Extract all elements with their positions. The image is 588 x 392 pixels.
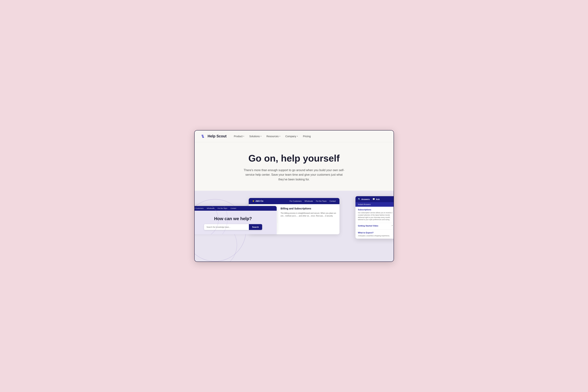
- logo[interactable]: Help Scout: [201, 134, 226, 139]
- front-nav-customers[interactable]: For Customers: [194, 208, 204, 209]
- svg-rect-2: [202, 137, 204, 138]
- instant-answers-card: 🔍 Answers 💬 Ask Instant Answers Subscrip…: [356, 196, 394, 239]
- instant-item-title-expect[interactable]: What to Expect?: [358, 232, 393, 234]
- front-nav-wholesale[interactable]: Wholesale: [207, 208, 214, 209]
- instant-body: Subscriptions Our subscription service a…: [356, 207, 394, 239]
- kb-article-title: Billing and Subscriptions: [281, 207, 336, 210]
- tab-ask[interactable]: 💬 Ask: [372, 198, 380, 200]
- kb-nav-links: For Customers Wholesale For the Team Con…: [290, 200, 336, 202]
- search-icon: 🔍: [358, 198, 360, 200]
- hero-title: Go on, help yourself: [202, 153, 386, 164]
- front-card-body: How can we help? Search: [194, 211, 277, 234]
- instant-tabs: 🔍 Answers 💬 Ask: [356, 196, 394, 202]
- front-search-bar: Search: [204, 224, 262, 230]
- front-nav-team[interactable]: For the Team: [218, 208, 227, 209]
- search-button[interactable]: Search: [249, 224, 262, 230]
- kb-nav-customers[interactable]: For Customers: [290, 200, 302, 202]
- kb-nav-contact[interactable]: Contact: [330, 200, 336, 202]
- demo-section: ★ J&G Co For Customers Wholesale For the…: [194, 191, 394, 262]
- kb-brand: ★ J&G Co: [252, 200, 264, 202]
- logo-text: Help Scout: [208, 134, 226, 138]
- nav-links: Product ▾ Solutions ▾ Resources ▾ Compan…: [234, 135, 310, 138]
- front-card: For Customers Wholesale For the Team Con…: [194, 206, 277, 234]
- chevron-down-icon: ▾: [243, 135, 244, 137]
- chevron-down-icon: ▾: [280, 135, 280, 137]
- nav-solutions[interactable]: Solutions ▾: [249, 135, 262, 138]
- instant-item-title-subscriptions[interactable]: Subscriptions: [358, 208, 393, 211]
- front-card-nav: For Customers Wholesale For the Team Con…: [194, 206, 277, 211]
- instant-item-text-expect: Anticipate a seamless shopping experienc…: [358, 235, 393, 237]
- instant-item-text-subscriptions: Our subscription service allows you to r…: [358, 212, 393, 221]
- demo-cards: ★ J&G Co For Customers Wholesale For the…: [198, 198, 390, 234]
- svg-rect-0: [202, 135, 203, 136]
- tab-answers[interactable]: 🔍 Answers: [358, 198, 370, 200]
- kb-card-nav: ★ J&G Co For Customers Wholesale For the…: [249, 198, 340, 204]
- kb-article-text: The billing process is straightforward a…: [281, 212, 336, 217]
- chevron-down-icon: ▾: [260, 135, 262, 137]
- kb-nav-wholesale[interactable]: Wholesale: [304, 200, 313, 202]
- hero-subtitle: There's more than enough support to go a…: [243, 168, 345, 182]
- browser-window: Help Scout Product ▾ Solutions ▾ Resourc…: [194, 130, 394, 262]
- nav-product[interactable]: Product ▾: [234, 135, 244, 138]
- hero-section: Go on, help yourself There's more than e…: [194, 142, 394, 191]
- instant-item-title-video[interactable]: Getting Started Video ↗: [358, 225, 393, 227]
- instant-item-what-to-expect: What to Expect? Anticipate a seamless sh…: [356, 230, 394, 239]
- svg-rect-1: [202, 136, 204, 137]
- chevron-down-icon: ▾: [297, 135, 298, 137]
- chat-icon: 💬: [372, 198, 375, 200]
- nav-resources[interactable]: Resources ▾: [266, 135, 280, 138]
- instant-item-subscriptions: Subscriptions Our subscription service a…: [356, 207, 394, 223]
- instant-item-getting-started-video: Getting Started Video ↗: [356, 223, 394, 230]
- knowledge-base-search-input[interactable]: [204, 224, 249, 230]
- nav-pricing[interactable]: Pricing: [303, 135, 311, 138]
- front-card-title: How can we help?: [197, 216, 270, 221]
- front-nav-contact[interactable]: Contact: [230, 208, 236, 209]
- star-icon: ★: [252, 200, 254, 202]
- kb-content: Billing and Subscriptions The billing pr…: [278, 204, 340, 223]
- helpscout-logo-icon: [201, 134, 206, 139]
- nav-company[interactable]: Company ▾: [286, 135, 298, 138]
- external-link-icon: ↗: [392, 225, 393, 226]
- kb-nav-team[interactable]: For the Team: [316, 200, 326, 202]
- navigation: Help Scout Product ▾ Solutions ▾ Resourc…: [194, 130, 394, 142]
- instant-subtitle: Instant Answers: [356, 202, 394, 207]
